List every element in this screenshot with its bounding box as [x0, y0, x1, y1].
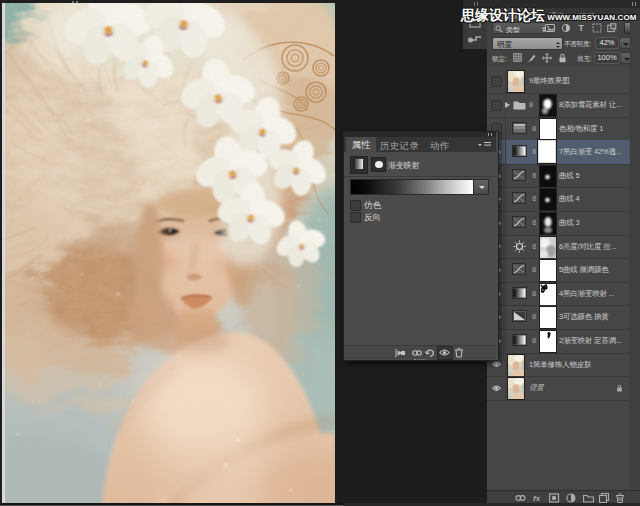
- svg-text:fx: fx: [533, 494, 541, 503]
